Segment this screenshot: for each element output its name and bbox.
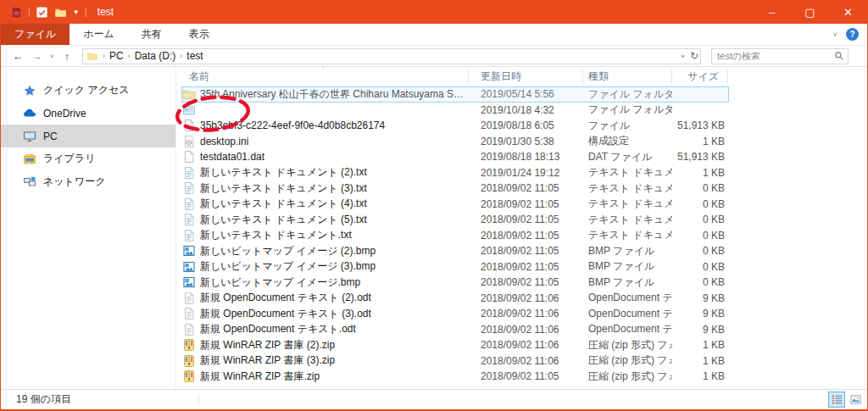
maximize-button[interactable]: ▢: [791, 0, 829, 24]
file-size: 0 KB: [672, 230, 728, 242]
table-row[interactable]: testdata01.dat2019/08/18 18:13DAT ファイル51…: [176, 149, 867, 165]
table-row[interactable]: 新しいテキスト ドキュメント.txt2018/09/02 11:05テキスト ド…: [176, 228, 867, 244]
new-folder-icon[interactable]: [54, 5, 68, 19]
file-date: 2018/09/02 11:05: [469, 261, 583, 273]
breadcrumb-segment[interactable]: Data (D:): [131, 50, 180, 62]
address-bar[interactable]: ›PC›Data (D:)›test ˅ ↻: [82, 48, 701, 64]
app-icon: [9, 5, 23, 19]
file-type: OpenDocument テ...: [583, 291, 672, 305]
sidebar-item-quick-access[interactable]: クイック アクセス: [1, 79, 175, 102]
bmp-icon: [182, 244, 196, 258]
ribbon-right: ˅ ?: [833, 24, 867, 45]
address-bar-controls: ˅ ↻: [681, 50, 698, 62]
minimize-button[interactable]: –: [753, 0, 791, 24]
file-name: desktop.ini: [200, 136, 248, 147]
library-icon: [23, 153, 36, 166]
help-icon[interactable]: ?: [846, 28, 859, 41]
breadcrumb-segment[interactable]: test: [183, 50, 206, 62]
zip-icon: [182, 369, 196, 383]
file-name: 新しいテキスト ドキュメント.txt: [200, 228, 352, 242]
view-buttons: [828, 392, 867, 408]
file-date: 2018/09/02 11:06: [469, 324, 583, 336]
tab-view[interactable]: 表示: [175, 24, 223, 45]
thumbnail-view-button[interactable]: [847, 392, 864, 408]
txt-icon: [182, 213, 196, 226]
file-name-cell: 新しいテキスト ドキュメント.txt: [182, 228, 469, 242]
table-row[interactable]: desktop.ini2019/01/30 5:38構成設定1 KB: [176, 134, 867, 150]
file-date: 2018/09/02 11:06: [469, 308, 583, 319]
ribbon-collapse-icon[interactable]: ˅: [833, 31, 837, 39]
status-divider: [198, 394, 199, 406]
cloud-icon: [23, 107, 36, 120]
file-type: 圧縮 (zip 形式) フォ...: [583, 369, 672, 384]
tab-home[interactable]: ホーム: [70, 24, 128, 45]
table-row[interactable]: 新規 WinRAR ZIP 書庫.zip2018/09/02 11:05圧縮 (…: [176, 369, 867, 385]
file-type: BMP ファイル: [583, 244, 672, 258]
file-name: 新しいテキスト ドキュメント (4).txt: [200, 197, 367, 211]
navigation-bar: ← → ˅ ↑ ›PC›Data (D:)›test ˅ ↻: [1, 46, 867, 67]
table-row[interactable]: 新しいビットマップ イメージ (2).bmp2018/09/02 11:05BM…: [176, 243, 867, 259]
table-row[interactable]: 新規 WinRAR ZIP 書庫 (3).zip2018/09/02 11:06…: [176, 353, 867, 369]
back-button[interactable]: ←: [9, 50, 26, 63]
file-type: BMP ファイル: [583, 275, 672, 290]
up-button[interactable]: ↑: [58, 50, 75, 63]
table-row[interactable]: 新しいビットマップ イメージ.bmp2018/09/02 11:05BMP ファ…: [176, 275, 867, 291]
file-size: 9 KB: [672, 292, 728, 304]
odt-icon: [182, 307, 196, 320]
window-title: test: [97, 6, 114, 18]
caption-buttons: – ▢ ✕: [753, 0, 867, 24]
sidebar-item-onedrive[interactable]: OneDrive: [1, 102, 175, 125]
file-type: ファイル フォルダー: [583, 87, 672, 102]
tab-file[interactable]: ファイル: [1, 24, 70, 45]
column-header-size[interactable]: サイズ: [672, 69, 728, 84]
sidebar-item-label: PC: [43, 131, 58, 142]
file-date: 2019/08/18 18:13: [469, 151, 583, 163]
table-row[interactable]: 新しいテキスト ドキュメント (5).txt2018/09/02 11:05テキ…: [176, 212, 867, 228]
odt-icon: [182, 292, 196, 305]
network-icon: [23, 175, 36, 189]
star-icon: [23, 84, 36, 97]
search-icon[interactable]: [834, 51, 844, 61]
table-row[interactable]: 新しいテキスト ドキュメント (2).txt2019/01/24 19:12テキ…: [176, 165, 867, 181]
forward-button[interactable]: →: [28, 50, 45, 63]
qat-dropdown-icon[interactable]: ▼: [73, 8, 80, 16]
sidebar-item-pc[interactable]: PC: [1, 125, 175, 147]
column-header-date[interactable]: 更新日時: [469, 69, 583, 84]
table-row[interactable]: 新しいテキスト ドキュメント (3).txt2018/09/02 11:05テキ…: [176, 181, 867, 197]
details-view-button[interactable]: [828, 392, 845, 408]
table-row[interactable]: 新規 OpenDocument テキスト (2).odt2018/09/02 1…: [176, 291, 867, 307]
table-row[interactable]: 35b3ebf3-c222-4eef-9f0e-4d0b8cb261742019…: [176, 118, 867, 134]
table-row[interactable]: 新規 WinRAR ZIP 書庫 (2).zip2018/09/02 11:06…: [176, 337, 867, 353]
breadcrumb: ›PC›Data (D:)›test: [102, 50, 207, 62]
column-header-type[interactable]: 種類: [583, 69, 672, 84]
file-date: 2018/09/02 11:05: [469, 230, 583, 242]
file-name-cell: 35b3ebf3-c222-4eef-9f0e-4d0b8cb26174: [182, 119, 469, 132]
close-button[interactable]: ✕: [829, 0, 867, 24]
table-row[interactable]: 新しいビットマップ イメージ (3).bmp2018/09/02 11:05BM…: [176, 259, 867, 275]
ribbon-tabs: ファイルホーム共有表示: [1, 24, 223, 45]
column-header-name[interactable]: 名前: [182, 69, 469, 84]
sidebar-item-label: クイック アクセス: [43, 83, 130, 97]
sidebar-item-label: ネットワーク: [43, 175, 105, 189]
table-row[interactable]: 35th Anniversary 松山千春の世界 Chiharu Matsuya…: [176, 86, 867, 103]
file-name: 新しいビットマップ イメージ.bmp: [200, 275, 360, 290]
address-dropdown-icon[interactable]: ˅: [681, 53, 685, 60]
recent-locations-icon[interactable]: ˅: [47, 53, 57, 60]
sidebar-item-network[interactable]: ネットワーク: [1, 170, 175, 193]
search-input[interactable]: [715, 50, 834, 62]
refresh-icon[interactable]: ↻: [690, 50, 698, 62]
table-row[interactable]: 新規 OpenDocument テキスト (3).odt2018/09/02 1…: [176, 306, 867, 322]
breadcrumb-segment[interactable]: PC: [106, 50, 127, 62]
address-folder-icon: [86, 50, 98, 62]
table-row[interactable]: 新しいテキスト ドキュメント (4).txt2018/09/02 11:05テキ…: [176, 197, 867, 213]
properties-icon[interactable]: [36, 5, 49, 19]
sidebar-item-library[interactable]: ライブラリ: [1, 147, 175, 170]
file-name-cell: 新しいビットマップ イメージ (2).bmp: [182, 244, 469, 258]
txt-icon: [182, 166, 196, 180]
zip-icon: [182, 354, 196, 368]
tab-share[interactable]: 共有: [128, 24, 175, 45]
table-row[interactable]: 新規 OpenDocument テキスト.odt2018/09/02 11:06…: [176, 322, 867, 338]
file-name-cell: 新しいテキスト ドキュメント (3).txt: [182, 181, 469, 196]
table-row-annotated[interactable]: 2019/10/18 4:32ファイル フォルダー: [176, 103, 867, 119]
file-name: 35b3ebf3-c222-4eef-9f0e-4d0b8cb26174: [200, 119, 385, 131]
